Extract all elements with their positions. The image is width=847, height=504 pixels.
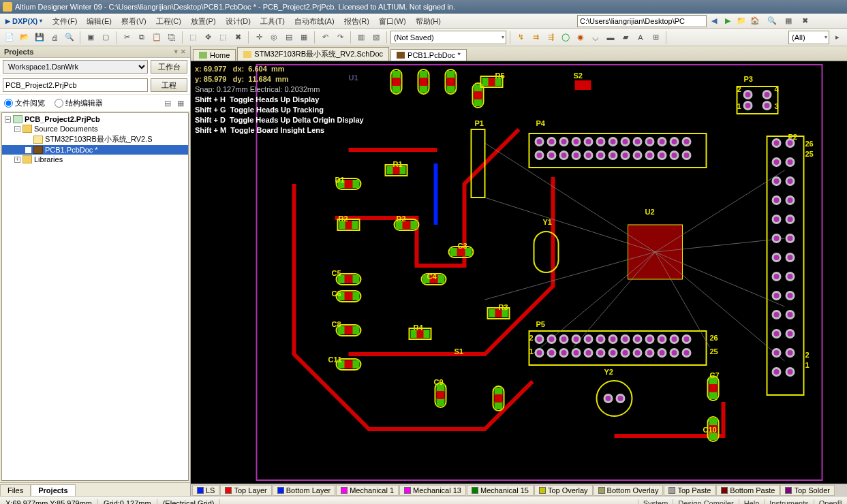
menu-project[interactable]: 工程(C)	[151, 14, 186, 28]
svg-rect-18	[737, 86, 778, 114]
pcb-canvas[interactable]: x: 69.977 dx: 6.604 mm y: 85.979 dy: 11.…	[191, 61, 847, 484]
menu-place[interactable]: 放置(P)	[186, 14, 221, 28]
dxp-menu[interactable]: DXP(X)	[0, 14, 48, 28]
menu-edit[interactable]: 编辑(E)	[82, 14, 117, 28]
clear-icon[interactable]: ✖	[798, 14, 812, 28]
filter-apply-icon[interactable]: ▸	[831, 31, 844, 44]
menu-report[interactable]: 报告(R)	[339, 14, 374, 28]
menu-window[interactable]: 窗口(W)	[374, 14, 411, 28]
nav-back-icon[interactable]: ◀	[708, 15, 720, 27]
svg-text:2: 2	[529, 334, 534, 342]
doc-tab-home[interactable]: Home	[193, 49, 236, 61]
align-icon[interactable]: ▤	[282, 31, 296, 44]
place-fill-icon[interactable]: ▬	[604, 31, 617, 44]
new-icon[interactable]: 📄	[3, 31, 16, 44]
crosshair-icon[interactable]: ✛	[252, 31, 266, 44]
select-icon[interactable]: ⬚	[186, 31, 200, 44]
menu-help[interactable]: 帮助(H)	[411, 14, 446, 28]
layer-bottom[interactable]: Bottom Layer	[273, 485, 335, 496]
status-instr[interactable]: Instruments	[764, 499, 813, 505]
status-system[interactable]: System	[638, 499, 673, 505]
svg-text:S2: S2	[574, 72, 583, 80]
place-poly-icon[interactable]: ▰	[619, 31, 632, 44]
place-via-icon[interactable]: ◎	[267, 31, 281, 44]
place-via2-icon[interactable]: ◉	[574, 31, 587, 44]
layer-mech1[interactable]: Mechanical 1	[336, 485, 399, 496]
zoom-area-icon[interactable]: 🔍	[765, 14, 779, 28]
sidebar-tabs: Files Projects	[0, 482, 190, 496]
route-diff-icon[interactable]: ⇉	[529, 31, 542, 44]
tree-opt2-icon[interactable]: ▦	[175, 97, 186, 108]
paste-icon[interactable]: 📋	[150, 31, 164, 44]
layer-top-overlay[interactable]: Top Overlay	[534, 485, 593, 496]
layer-mech15[interactable]: Mechanical 15	[467, 485, 534, 496]
status-openbus[interactable]: OpenB	[814, 499, 847, 505]
open-icon[interactable]: 📂	[18, 31, 31, 44]
radio-file-view[interactable]: 文件阅览	[4, 98, 45, 108]
save-icon[interactable]: 💾	[33, 31, 46, 44]
status-compiler[interactable]: Design Compiler	[673, 499, 738, 505]
delete-icon[interactable]: ✖	[231, 31, 245, 44]
route-multi-icon[interactable]: ⇶	[544, 31, 557, 44]
duplicate-icon[interactable]: ⿻	[165, 31, 179, 44]
place-string-icon[interactable]: A	[634, 31, 647, 44]
menu-route[interactable]: 自动布线(A)	[290, 14, 339, 28]
status-help[interactable]: Help	[739, 499, 765, 505]
doc-tab-pcb[interactable]: PCB1.PcbDoc *	[390, 49, 467, 61]
route-track-icon[interactable]: ↯	[514, 31, 527, 44]
layer-top[interactable]: Top Layer	[220, 485, 271, 496]
tree-opt1-icon[interactable]: ▤	[162, 97, 173, 108]
print-icon[interactable]: 🖨	[48, 31, 61, 44]
cut-icon[interactable]: ✂	[120, 31, 134, 44]
menu-file[interactable]: 文件(F)	[48, 14, 82, 28]
place-arc-icon[interactable]: ◡	[589, 31, 602, 44]
layer-top-solder[interactable]: Top Solder	[780, 485, 835, 496]
project-tree[interactable]: −PCB_Project2.PrjPcb −Source Documents S…	[1, 112, 189, 481]
doc-tab-sch[interactable]: STM32F103RB最小系统_RV2.SchDoc	[237, 47, 389, 61]
nav-up-icon[interactable]: 📁	[735, 15, 748, 27]
move-icon[interactable]: ✥	[201, 31, 215, 44]
menu-view[interactable]: 察看(V)	[117, 14, 151, 28]
zoom-sel-icon[interactable]: ▢	[99, 31, 112, 44]
copy-icon[interactable]: ⧉	[135, 31, 149, 44]
zoom-fit-icon[interactable]: ▣	[84, 31, 97, 44]
svg-text:C4: C4	[427, 272, 437, 281]
mode-board-icon[interactable]: ▥	[354, 31, 368, 44]
path-input[interactable]	[577, 15, 707, 27]
menu-tools[interactable]: 工具(T)	[256, 14, 290, 28]
layer-bot-paste[interactable]: Bottom Paste	[716, 485, 780, 496]
radio-struct-view[interactable]: 结构编辑器	[55, 98, 103, 108]
workspace-button[interactable]: 工作台	[151, 60, 187, 74]
nav-home-icon[interactable]: 🏠	[749, 15, 761, 27]
place-pad-icon[interactable]: ◯	[559, 31, 572, 44]
tab-projects[interactable]: Projects	[31, 484, 75, 496]
project-input[interactable]	[3, 78, 148, 92]
snapshot-dropdown[interactable]: (Not Saved)	[390, 31, 506, 44]
project-button[interactable]: 工程	[151, 78, 187, 92]
tree-libraries[interactable]: +Libraries	[2, 155, 188, 164]
layer-bot-overlay[interactable]: Bottom Overlay	[594, 485, 664, 496]
redo-icon[interactable]: ↷	[333, 31, 347, 44]
mode-3d-icon[interactable]: ▧	[369, 31, 383, 44]
place-comp-icon[interactable]: ⊞	[649, 31, 662, 44]
menu-design[interactable]: 设计(D)	[221, 14, 256, 28]
layer-top-paste[interactable]: Top Paste	[664, 485, 715, 496]
deselect-icon[interactable]: ⬚	[216, 31, 230, 44]
tree-pcb-doc[interactable]: PCB1.PcbDoc *	[2, 145, 188, 155]
menu-bar: DXP(X) 文件(F) 编辑(E) 察看(V) 工程(C) 放置(P) 设计(…	[0, 14, 847, 29]
filter-dropdown[interactable]: (All)	[788, 31, 829, 44]
tab-files[interactable]: Files	[0, 484, 31, 496]
svg-line-25	[656, 170, 785, 252]
tree-project[interactable]: −PCB_Project2.PrjPcb	[2, 114, 188, 124]
workspace-select[interactable]: Workspace1.DsnWrk	[3, 60, 148, 74]
layers-icon[interactable]: ▦	[782, 14, 795, 28]
layer-ls[interactable]: LS	[192, 485, 219, 496]
tree-schematic[interactable]: STM32F103RB最小系统_RV2.S	[2, 133, 188, 145]
panel-close-icon[interactable]: ▼ ✕	[173, 48, 186, 55]
layer-mech13[interactable]: Mechanical 13	[399, 485, 466, 496]
preview-icon[interactable]: 🔍	[63, 31, 76, 44]
undo-icon[interactable]: ↶	[318, 31, 332, 44]
tree-source-docs[interactable]: −Source Documents	[2, 124, 188, 133]
grid-icon[interactable]: ▦	[297, 31, 311, 44]
nav-fwd-icon[interactable]: ▶	[722, 15, 734, 27]
